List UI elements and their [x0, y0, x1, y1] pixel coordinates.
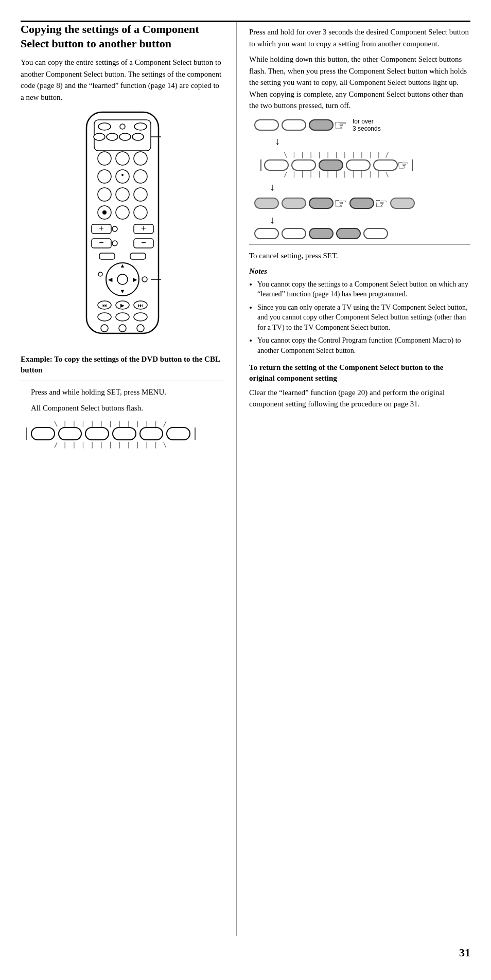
diagram-step3: ☞ for over3 seconds ↓	[254, 117, 470, 147]
flash-row-right-1: \ | | | | | | | | | | | / / | | | | | | …	[254, 150, 419, 179]
svg-point-8	[132, 133, 144, 140]
right-dash-line	[195, 427, 196, 440]
step3-text: Press and hold for over 3 seconds the de…	[249, 26, 470, 49]
svg-text:+: +	[99, 224, 103, 233]
svg-point-7	[119, 133, 131, 140]
r-btn-3-active	[319, 159, 343, 171]
svg-point-21	[116, 206, 129, 219]
svg-point-22	[134, 206, 147, 219]
right-column: Press and hold for over 3 seconds the de…	[237, 22, 470, 936]
svg-point-10	[98, 152, 111, 165]
flash-buttons-left	[26, 427, 196, 440]
return-title: To return the setting of the Component S…	[249, 362, 470, 384]
svg-point-43	[142, 277, 147, 282]
divider-after-caption	[21, 381, 224, 381]
step2-text: All Component Select buttons flash.	[31, 402, 224, 414]
svg-text:+: +	[141, 224, 146, 233]
arrow-down-1: ↓	[275, 135, 470, 147]
svg-point-11	[116, 152, 129, 165]
btn-4	[112, 427, 136, 440]
svg-point-55	[119, 325, 126, 332]
hand-icon-3: ☞	[334, 195, 347, 212]
r-btn-2	[291, 159, 316, 171]
arrow-down-2: ↓	[270, 181, 470, 193]
svg-text:▶: ▶	[133, 276, 137, 282]
diag-row-1: ☞ for over3 seconds	[254, 117, 470, 134]
btn-6	[166, 427, 190, 440]
fl-right	[412, 159, 413, 171]
diag-btn-press-1	[309, 198, 334, 209]
note-1: You cannot copy the settings to a Compon…	[257, 279, 470, 299]
divider-right	[249, 244, 470, 245]
svg-text:▶: ▶	[120, 302, 125, 308]
hand-icon-1: ☞	[334, 117, 347, 134]
final-btn-5	[363, 228, 388, 239]
svg-point-37	[117, 274, 128, 284]
left-dash-line	[26, 427, 27, 440]
svg-text:⏭: ⏭	[138, 302, 143, 308]
btn-5	[139, 427, 164, 440]
svg-point-52	[116, 313, 129, 321]
svg-point-13	[98, 170, 111, 183]
left-column: Copying the settings of a Component Sele…	[21, 22, 237, 936]
r-btn-4	[346, 159, 371, 171]
svg-point-53	[134, 313, 147, 321]
svg-rect-34	[99, 253, 115, 259]
fl-left	[260, 159, 261, 171]
notes-title: Notes	[249, 265, 470, 277]
flash-dashes-bottom-left: / | | | | | | | | | | | \	[26, 441, 196, 449]
svg-point-42	[98, 272, 102, 276]
page-number: 31	[21, 946, 470, 959]
diag-btn-filled-2	[282, 198, 306, 209]
svg-point-3	[120, 124, 125, 129]
intro-text: You can copy the entire settings of a Co…	[21, 57, 224, 103]
arrow-down-3: ↓	[270, 214, 470, 226]
svg-point-54	[101, 325, 108, 332]
final-btn-1	[254, 228, 279, 239]
svg-text:−: −	[141, 238, 146, 247]
final-btn-4-grey	[336, 228, 361, 239]
flash-buttons-right-1: ☞	[254, 157, 419, 173]
svg-text:⏮: ⏮	[102, 302, 107, 308]
svg-point-31	[112, 241, 117, 246]
step4-text: While holding down this button, the othe…	[249, 54, 470, 112]
note-2: Since you can only operate a TV using th…	[257, 302, 470, 333]
return-body: Clear the “learned” function (page 20) a…	[249, 387, 470, 410]
svg-text:▼: ▼	[119, 288, 125, 294]
diag-row-2: ☞ ☞	[254, 195, 470, 212]
remote-diagram: + + − − ▲ ▼ ◀	[71, 107, 174, 354]
hand-icon-4: ☞	[375, 195, 388, 212]
svg-text:◀: ◀	[108, 276, 113, 282]
page: Copying the settings of a Component Sele…	[0, 0, 491, 980]
final-btn-3-grey	[309, 228, 334, 239]
svg-point-23	[102, 210, 107, 215]
svg-text:▲: ▲	[119, 262, 125, 269]
btn-3	[85, 427, 109, 440]
hand-icon-2: ☞	[397, 157, 409, 173]
svg-point-51	[98, 313, 111, 321]
step1-text: Press and while holding SET, press MENU.	[31, 386, 224, 398]
columns: Copying the settings of a Component Sele…	[21, 22, 470, 936]
btn-1	[31, 427, 55, 440]
r-btn-5	[373, 159, 398, 171]
note-3: You cannot copy the Control Program func…	[257, 335, 470, 355]
flash-row-left: \ | | | | | | | | | | | / / | | | | | | …	[26, 418, 196, 451]
notes-list: You cannot copy the settings to a Compon…	[257, 279, 470, 356]
diag-row-final	[254, 228, 470, 239]
svg-point-4	[134, 123, 147, 130]
svg-point-18	[116, 188, 129, 201]
svg-point-26	[112, 226, 117, 231]
btn-2	[58, 427, 82, 440]
svg-point-5	[94, 133, 105, 140]
svg-rect-35	[130, 253, 146, 259]
for-over-label: for over3 seconds	[353, 118, 381, 132]
svg-point-19	[134, 188, 147, 201]
svg-point-16	[121, 174, 124, 176]
diag-btn-filled-1	[254, 198, 279, 209]
diag-btn-press-2	[349, 198, 374, 209]
svg-point-17	[98, 188, 111, 201]
svg-point-12	[134, 152, 147, 165]
svg-point-6	[107, 133, 118, 140]
svg-point-15	[134, 170, 147, 183]
diag-btn-filled-3	[390, 198, 415, 209]
